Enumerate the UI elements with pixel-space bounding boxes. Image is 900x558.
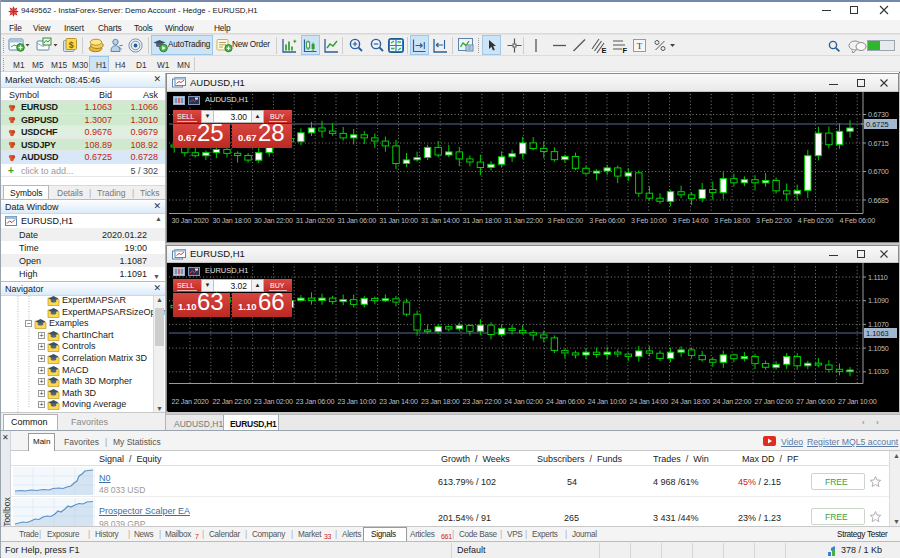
svg-text:31 Jan 14:00: 31 Jan 14:00 [421,216,460,225]
svg-text:0.6730: 0.6730 [868,110,889,119]
svg-text:22 Jan 22:00: 22 Jan 22:00 [212,397,251,406]
svg-text:3 Feb 02:00: 3 Feb 02:00 [547,216,583,225]
svg-text:24 Jan 22:00: 24 Jan 22:00 [713,397,752,406]
svg-text:30 Jan 18:00: 30 Jan 18:00 [212,216,251,225]
svg-text:4 Feb 06:00: 4 Feb 06:00 [839,216,875,225]
svg-text:31 Jan 02:00: 31 Jan 02:00 [296,216,335,225]
svg-text:1.1063: 1.1063 [866,329,889,338]
svg-text:0.6715: 0.6715 [868,139,889,148]
svg-text:1.1050: 1.1050 [868,344,889,353]
svg-text:23 Jan 22:00: 23 Jan 22:00 [463,397,502,406]
svg-text:24 Jan 02:00: 24 Jan 02:00 [504,397,543,406]
svg-text:E: E [602,46,607,55]
svg-text:0.6700: 0.6700 [868,167,889,176]
svg-text:1.1030: 1.1030 [868,367,889,376]
svg-text:31 Jan 10:00: 31 Jan 10:00 [379,216,418,225]
svg-text:27 Jan 10:00: 27 Jan 10:00 [838,397,877,406]
svg-text:22 Jan 2020: 22 Jan 2020 [172,397,209,406]
svg-text:3 Feb 22:00: 3 Feb 22:00 [756,216,792,225]
svg-text:23 Jan 14:00: 23 Jan 14:00 [379,397,418,406]
svg-text:3 Feb 06:00: 3 Feb 06:00 [589,216,625,225]
svg-text:T: T [637,41,643,51]
svg-text:1.1070: 1.1070 [868,320,889,329]
svg-text:F: F [623,46,628,54]
svg-text:30 Jan 22:00: 30 Jan 22:00 [254,216,293,225]
svg-text:23 Jan 18:00: 23 Jan 18:00 [421,397,460,406]
svg-text:31 Jan 18:00: 31 Jan 18:00 [463,216,502,225]
svg-text:0.6725: 0.6725 [866,120,889,129]
svg-text:3 Feb 14:00: 3 Feb 14:00 [673,216,709,225]
svg-text:24 Jan 18:00: 24 Jan 18:00 [671,397,710,406]
svg-text:3 Feb 18:00: 3 Feb 18:00 [714,216,750,225]
svg-text:$: $ [69,40,74,50]
svg-text:23 Jan 10:00: 23 Jan 10:00 [338,397,377,406]
svg-text:4 Feb 02:00: 4 Feb 02:00 [798,216,834,225]
svg-text:1.1110: 1.1110 [868,273,888,282]
svg-text:23 Jan 02:00: 23 Jan 02:00 [254,397,293,406]
svg-text:1.1090: 1.1090 [868,296,889,305]
svg-text:27 Jan 02:00: 27 Jan 02:00 [755,397,794,406]
svg-text:31 Jan 06:00: 31 Jan 06:00 [338,216,377,225]
svg-text:3 Feb 10:00: 3 Feb 10:00 [631,216,667,225]
svg-text:24 Jan 14:00: 24 Jan 14:00 [629,397,668,406]
svg-text:27 Jan 06:00: 27 Jan 06:00 [796,397,835,406]
svg-text:24 Jan 06:00: 24 Jan 06:00 [546,397,585,406]
svg-text:23 Jan 06:00: 23 Jan 06:00 [296,397,335,406]
svg-text:24 Jan 10:00: 24 Jan 10:00 [588,397,627,406]
svg-text:30 Jan 2020: 30 Jan 2020 [172,216,209,225]
svg-text:0.6685: 0.6685 [868,196,889,205]
svg-text:31 Jan 22:00: 31 Jan 22:00 [504,216,543,225]
